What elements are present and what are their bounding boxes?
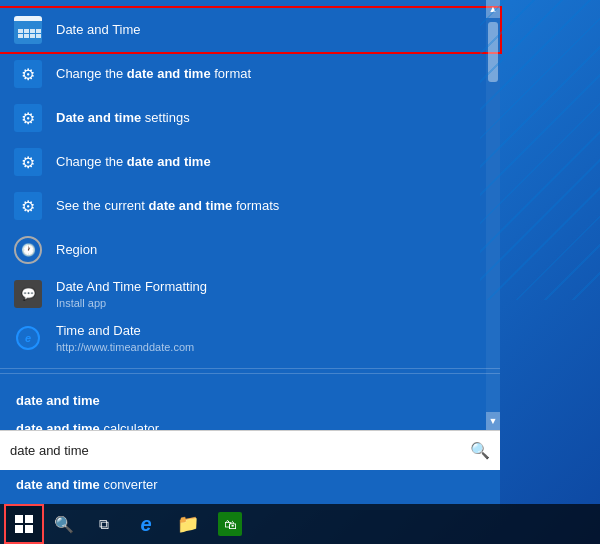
suggestion-text-4: date and time converter [16,477,158,492]
taskbar: 🔍 ⧉ e 📁 🛍 [0,504,600,544]
result-region[interactable]: 🕐 Region [0,228,500,272]
calendar-icon [12,14,44,46]
result-date-time-app[interactable]: Date and Time [0,8,500,52]
file-explorer-button[interactable]: 📁 [168,504,208,544]
section-divider [0,373,500,374]
result-text-7: Date And Time Formatting Install app [56,279,207,309]
result-title-3: Date and time settings [56,110,190,127]
taskview-icon: ⧉ [99,516,109,533]
result-title: Date and Time [56,22,141,39]
gear-icon-2: ⚙ [12,102,44,134]
result-title-2: Change the date and time format [56,66,251,83]
result-formatting-app[interactable]: 💬 Date And Time Formatting Install app [0,272,500,316]
result-see-current[interactable]: ⚙ See the current date and time formats [0,184,500,228]
suggestion-4[interactable]: date and time converter [0,470,500,498]
store-button[interactable]: 🛍 [210,504,250,544]
store-icon: 🛍 [218,512,242,536]
search-input[interactable] [10,443,470,458]
top-results-section: Date and Time ⚙ Change the date and time… [0,0,500,369]
chat-icon: 💬 [12,278,44,310]
suggestion-1[interactable]: date and time [0,386,500,414]
start-button[interactable] [4,504,44,544]
ie-taskbar-icon: e [140,513,151,536]
result-text-5: See the current date and time formats [56,198,279,215]
result-subtitle-7: Install app [56,297,207,309]
result-text-4: Change the date and time [56,154,211,171]
result-text: Date and Time [56,22,141,39]
desktop: Date and Time ⚙ Change the date and time… [0,0,600,544]
result-timeanddate[interactable]: e Time and Date http://www.timeanddate.c… [0,316,500,360]
search-panel: Date and Time ⚙ Change the date and time… [0,0,500,510]
search-box: 🔍 [0,430,500,470]
result-title-8: Time and Date [56,323,194,340]
result-change-datetime[interactable]: ⚙ Change the date and time [0,140,500,184]
windows-logo-icon [15,515,33,533]
result-text-8: Time and Date http://www.timeanddate.com [56,323,194,353]
result-title-7: Date And Time Formatting [56,279,207,296]
result-title-6: Region [56,242,97,259]
suggestion-text-1: date and time [16,393,100,408]
clock-icon: 🕐 [12,234,44,266]
taskbar-search-button[interactable]: 🔍 [46,506,82,542]
gear-icon-1: ⚙ [12,58,44,90]
result-title-5: See the current date and time formats [56,198,279,215]
result-text-2: Change the date and time format [56,66,251,83]
scroll-thumb[interactable] [488,22,498,82]
search-submit-icon[interactable]: 🔍 [470,441,490,460]
folder-icon: 📁 [177,513,199,535]
result-title-4: Change the date and time [56,154,211,171]
scroll-down-button[interactable]: ▼ [486,412,500,430]
gear-icon-3: ⚙ [12,146,44,178]
scroll-up-button[interactable]: ▲ [486,0,500,18]
result-text-6: Region [56,242,97,259]
ie-icon: e [12,322,44,354]
taskview-button[interactable]: ⧉ [84,504,124,544]
result-settings[interactable]: ⚙ Date and time settings [0,96,500,140]
ie-taskbar-button[interactable]: e [126,504,166,544]
result-text-3: Date and time settings [56,110,190,127]
result-change-format[interactable]: ⚙ Change the date and time format [0,52,500,96]
gear-icon-4: ⚙ [12,190,44,222]
scrollbar[interactable]: ▲ ▼ [486,0,500,470]
result-subtitle-8: http://www.timeanddate.com [56,341,194,353]
search-icon: 🔍 [54,515,74,534]
